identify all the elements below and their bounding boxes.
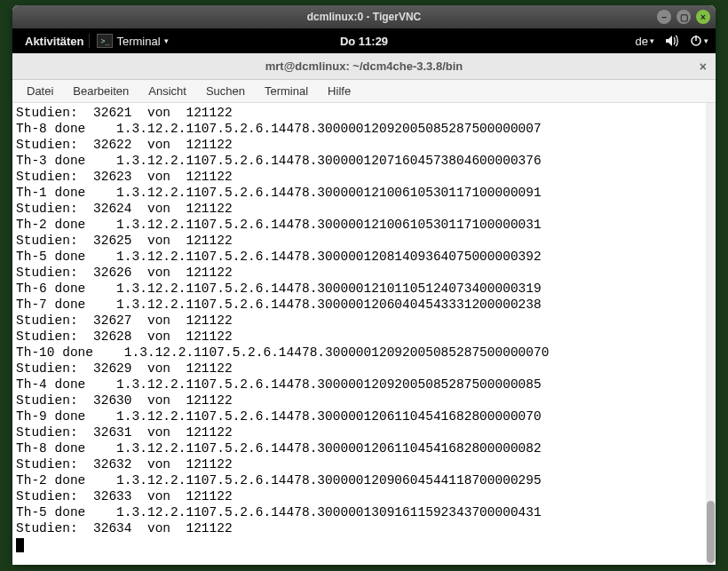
gnome-left: Aktivitäten >_ Terminal ▾ (20, 34, 176, 48)
volume-icon[interactable] (665, 35, 679, 47)
menu-file[interactable]: Datei (18, 83, 62, 99)
vnc-titlebar[interactable]: dcmlinux:0 - TigerVNC – ▢ × (12, 5, 716, 28)
terminal-titlebar[interactable]: mrt@dcmlinux: ~/dcm4che-3.3.8/bin × (12, 53, 716, 80)
menu-terminal[interactable]: Terminal (256, 83, 317, 99)
power-icon[interactable]: ▾ (690, 35, 708, 47)
scrollbar-thumb[interactable] (707, 501, 715, 563)
activities-button[interactable]: Aktivitäten (20, 35, 89, 48)
keyboard-layout[interactable]: de ▾ (636, 35, 654, 48)
close-icon[interactable]: × (696, 10, 710, 24)
terminal-menubar: Datei Bearbeiten Ansicht Suchen Terminal… (12, 80, 716, 103)
gnome-top-bar: Aktivitäten >_ Terminal ▾ Do 11:29 de ▾ … (12, 28, 716, 53)
app-menu[interactable]: >_ Terminal ▾ (89, 34, 175, 48)
scrollbar[interactable] (706, 103, 716, 565)
vnc-window-controls: – ▢ × (657, 10, 710, 24)
chevron-down-icon: ▾ (704, 36, 708, 45)
app-menu-label: Terminal (116, 35, 160, 48)
terminal-window: mrt@dcmlinux: ~/dcm4che-3.3.8/bin × Date… (12, 53, 716, 565)
terminal-output[interactable]: Studien: 32621 von 121122 Th-8 done 1.3.… (12, 103, 716, 565)
menu-help[interactable]: Hilfe (319, 83, 360, 99)
chevron-down-icon: ▾ (164, 36, 169, 45)
clock[interactable]: Do 11:29 (340, 35, 388, 48)
menu-search[interactable]: Suchen (197, 83, 254, 99)
terminal-icon: >_ (97, 34, 113, 48)
gnome-right: de ▾ ▾ (636, 35, 708, 48)
vnc-title: dcmlinux:0 - TigerVNC (12, 11, 716, 23)
menu-view[interactable]: Ansicht (139, 83, 195, 99)
minimize-icon[interactable]: – (657, 10, 671, 24)
maximize-icon[interactable]: ▢ (677, 10, 691, 24)
keyboard-layout-label: de (636, 35, 648, 48)
vnc-window: dcmlinux:0 - TigerVNC – ▢ × Aktivitäten … (12, 5, 716, 565)
cursor (16, 538, 24, 552)
terminal-title: mrt@dcmlinux: ~/dcm4che-3.3.8/bin (265, 59, 463, 73)
close-icon[interactable]: × (700, 59, 707, 74)
menu-edit[interactable]: Bearbeiten (64, 83, 138, 99)
chevron-down-icon: ▾ (650, 36, 654, 45)
